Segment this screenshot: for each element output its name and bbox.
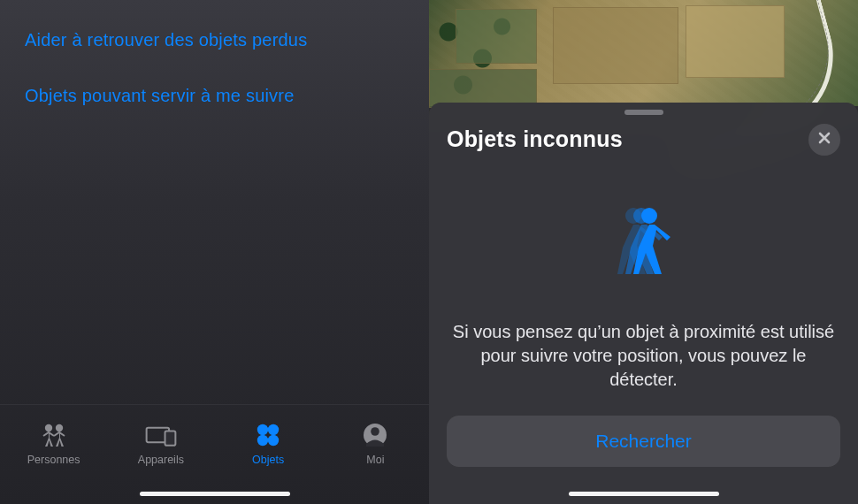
items-icon — [250, 422, 286, 448]
sheet-title: Objets inconnus — [447, 126, 808, 152]
svg-point-7 — [268, 435, 279, 446]
close-button[interactable] — [808, 124, 840, 156]
svg-point-0 — [44, 424, 51, 431]
svg-rect-3 — [165, 431, 175, 445]
svg-point-1 — [55, 424, 62, 431]
devices-icon — [143, 422, 179, 448]
search-button[interactable]: Rechercher — [447, 416, 840, 467]
home-indicator[interactable] — [140, 492, 290, 496]
close-icon — [817, 131, 831, 149]
tab-people[interactable]: Personnes — [5, 422, 103, 466]
link-help-find-lost-items[interactable]: Aider à retrouver des objets perdus — [25, 12, 404, 68]
home-indicator[interactable] — [569, 492, 719, 496]
people-icon — [36, 422, 72, 448]
svg-point-12 — [641, 208, 657, 224]
svg-point-9 — [372, 427, 380, 436]
me-icon — [357, 422, 393, 448]
walking-person-icon — [591, 205, 697, 285]
left-screen: Aider à retrouver des objets perdus Obje… — [0, 0, 429, 504]
items-options-list: Aider à retrouver des objets perdus Obje… — [0, 0, 429, 124]
right-screen: Objets inconnus — [429, 0, 858, 504]
tab-label: Personnes — [27, 454, 80, 466]
tab-bar: Personnes Appareils — [0, 404, 429, 504]
tab-items[interactable]: Objets — [219, 422, 317, 466]
svg-point-5 — [268, 424, 279, 435]
sheet-description: Si vous pensez qu’un objet à proximité e… — [429, 285, 858, 392]
link-items-that-can-track-me[interactable]: Objets pouvant servir à me suivre — [25, 68, 404, 124]
unknown-items-sheet: Objets inconnus — [429, 103, 858, 504]
svg-point-6 — [257, 435, 268, 446]
tab-label: Objets — [252, 454, 284, 466]
tab-me[interactable]: Moi — [326, 422, 424, 466]
tab-devices[interactable]: Appareils — [112, 422, 210, 466]
tab-label: Moi — [366, 454, 384, 466]
aerial-map[interactable] — [429, 0, 858, 106]
tab-label: Appareils — [138, 454, 184, 466]
svg-point-4 — [257, 424, 268, 435]
